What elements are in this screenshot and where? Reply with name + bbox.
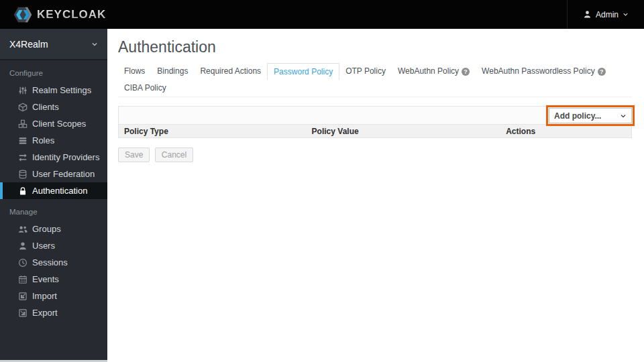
tab-bar: FlowsBindingsRequired ActionsPassword Po… xyxy=(118,63,632,97)
tab-ciba-policy[interactable]: CIBA Policy xyxy=(118,80,172,97)
keycloak-logo-icon xyxy=(13,7,32,23)
tab-password-policy[interactable]: Password Policy xyxy=(267,63,339,80)
chevron-down-icon xyxy=(623,11,629,17)
tab-label: Flows xyxy=(124,63,145,80)
help-icon[interactable]: ? xyxy=(598,68,606,76)
exchange-icon xyxy=(18,153,28,162)
form-buttons: Save Cancel xyxy=(118,147,633,162)
column-header-actions: Actions xyxy=(500,127,631,136)
tab-label: WebAuthn Policy xyxy=(398,63,459,80)
table-header-row: Policy TypePolicy ValueActions xyxy=(119,125,631,137)
sidebar-item-label: Sessions xyxy=(32,257,68,267)
realm-selector[interactable]: X4Realm xyxy=(0,29,107,60)
sidebar-item-label: Groups xyxy=(32,224,61,234)
tab-required-actions[interactable]: Required Actions xyxy=(194,63,267,80)
cubes-icon xyxy=(18,119,28,129)
password-policy-table: Add policy... Policy TypePolicy ValueAct… xyxy=(118,106,632,138)
tab-label: Password Policy xyxy=(274,64,333,80)
chevron-down-icon xyxy=(620,113,627,119)
sidebar-item-roles[interactable]: Roles xyxy=(0,132,107,149)
sidebar-section-label: Configure xyxy=(0,60,107,82)
sidebar-item-groups[interactable]: Groups xyxy=(0,221,107,237)
sidebar-item-sessions[interactable]: Sessions xyxy=(0,254,107,271)
tab-label: OTP Policy xyxy=(345,63,386,80)
tab-label: WebAuthn Passwordless Policy xyxy=(482,63,595,80)
save-button[interactable]: Save xyxy=(118,147,150,162)
sidebar: X4Realm ConfigureRealm SettingsClientsCl… xyxy=(0,29,107,360)
tab-label: Required Actions xyxy=(200,63,261,80)
tab-webauthn-policy[interactable]: WebAuthn Policy? xyxy=(392,63,476,80)
sidebar-item-label: Identity Providers xyxy=(32,152,99,162)
main-content: Authentication FlowsBindingsRequired Act… xyxy=(107,29,644,362)
tab-bindings[interactable]: Bindings xyxy=(151,63,194,80)
sidebar-nav: ConfigureRealm SettingsClientsClient Sco… xyxy=(0,60,107,321)
sidebar-item-label: Clients xyxy=(32,102,59,112)
sidebar-section-label: Manage xyxy=(0,199,107,221)
import-icon xyxy=(18,292,28,301)
sidebar-item-clients[interactable]: Clients xyxy=(0,99,107,115)
add-policy-select[interactable]: Add policy... xyxy=(549,108,632,123)
page-title: Authentication xyxy=(118,38,633,56)
chevron-down-icon xyxy=(91,41,98,48)
sidebar-item-export[interactable]: Export xyxy=(0,304,107,321)
add-policy-select-value: Add policy... xyxy=(554,111,601,121)
brand-title: KEYCLOAK xyxy=(37,8,106,21)
user-icon xyxy=(583,10,592,19)
cancel-button[interactable]: Cancel xyxy=(155,147,193,162)
sidebar-item-label: Authentication xyxy=(32,186,87,196)
sidebar-item-label: Export xyxy=(32,308,58,318)
lock-icon xyxy=(18,186,28,196)
tab-label: Bindings xyxy=(157,63,188,80)
sliders-icon xyxy=(18,86,28,95)
calendar-icon xyxy=(18,275,28,284)
sidebar-item-label: Events xyxy=(32,274,59,284)
sidebar-item-label: User Federation xyxy=(32,169,95,179)
realm-name: X4Realm xyxy=(9,39,48,50)
clock-icon xyxy=(18,258,28,267)
tab-label: CIBA Policy xyxy=(124,80,166,97)
users-icon xyxy=(18,225,28,234)
help-icon[interactable]: ? xyxy=(462,68,470,76)
column-header-policy-type: Policy Type xyxy=(119,127,307,136)
user-menu[interactable]: Admin xyxy=(567,0,644,29)
sidebar-item-identity-providers[interactable]: Identity Providers xyxy=(0,149,107,166)
topbar: KEYCLOAK Admin xyxy=(0,0,644,29)
sidebar-item-users[interactable]: Users xyxy=(0,237,107,254)
sidebar-item-label: Users xyxy=(32,241,55,251)
keycloak-logo: KEYCLOAK xyxy=(0,7,106,23)
list-icon xyxy=(18,136,28,145)
sidebar-item-events[interactable]: Events xyxy=(0,271,107,288)
add-policy-highlight: Add policy... xyxy=(546,105,635,126)
sidebar-item-label: Import xyxy=(32,291,57,301)
table-toolbar: Add policy... xyxy=(119,107,631,125)
tab-flows[interactable]: Flows xyxy=(118,63,151,80)
tab-otp-policy[interactable]: OTP Policy xyxy=(339,63,392,80)
sidebar-item-label: Roles xyxy=(32,135,54,145)
user-icon xyxy=(18,241,28,251)
user-menu-label: Admin xyxy=(596,10,619,19)
cube-icon xyxy=(18,103,28,112)
sidebar-item-client-scopes[interactable]: Client Scopes xyxy=(0,115,107,132)
export-icon xyxy=(18,308,28,318)
sidebar-item-label: Realm Settings xyxy=(32,85,91,95)
sidebar-item-import[interactable]: Import xyxy=(0,288,107,304)
database-icon xyxy=(18,170,28,179)
tab-webauthn-passwordless-policy[interactable]: WebAuthn Passwordless Policy? xyxy=(476,63,612,80)
sidebar-item-label: Client Scopes xyxy=(32,119,86,129)
sidebar-item-user-federation[interactable]: User Federation xyxy=(0,166,107,182)
sidebar-item-authentication[interactable]: Authentication xyxy=(0,182,107,199)
column-header-policy-value: Policy Value xyxy=(307,127,501,136)
sidebar-item-realm-settings[interactable]: Realm Settings xyxy=(0,82,107,99)
